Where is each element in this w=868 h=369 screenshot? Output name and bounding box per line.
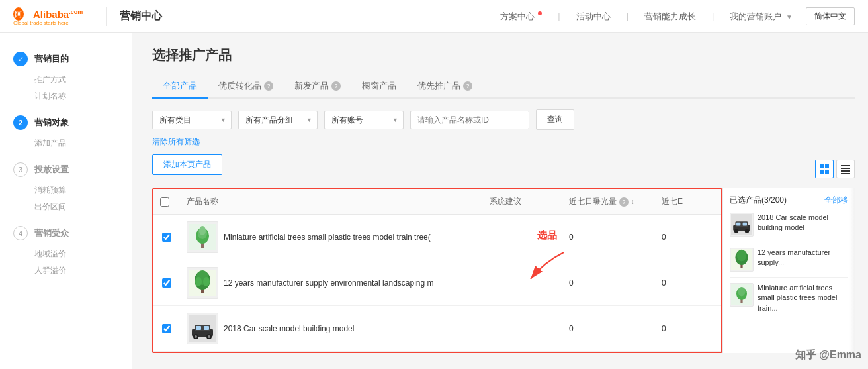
sidebar-step-3[interactable]: 3 投放设置 — [0, 157, 132, 182]
selected-tree2-icon — [731, 249, 752, 270]
product-group-wrapper: 所有产品分组 — [238, 111, 318, 129]
clear-filter-link[interactable]: 清除所有筛选 — [152, 136, 200, 148]
selected-product-2: 12 years manufacturer supply... — [730, 248, 848, 278]
category-select[interactable]: 所有类目 — [152, 111, 232, 129]
tree-thumbnail-1 — [189, 224, 216, 250]
view-toggle — [815, 160, 855, 178]
remove-all-link[interactable]: 全部移 — [824, 195, 848, 206]
th-recommendation: 系统建议 — [483, 196, 562, 207]
selected-product-3: Miniature artificial trees small plastic… — [730, 283, 848, 319]
tabs-row: 全部产品 优质转化品 ? 新发产品 ? 橱窗产品 优先推广品 ? — [152, 75, 855, 99]
nav-link-activity[interactable]: 活动中心 — [576, 11, 611, 23]
row2-checkbox[interactable] — [162, 278, 171, 288]
th-impressions: 近七日曝光量 ? ↕ — [562, 196, 655, 207]
table-row: 12 years manufacturer supply environment… — [153, 260, 721, 306]
tab-quality[interactable]: 优质转化品 ? — [208, 75, 284, 99]
impressions-sort-icon[interactable]: ↕ — [631, 198, 634, 205]
sidebar-sub-addproduct[interactable]: 添加产品 — [0, 135, 132, 152]
car-thumbnail — [189, 315, 216, 342]
row2-impressions: 0 — [562, 278, 655, 288]
th-near7e: 近七E — [655, 196, 721, 207]
th-checkbox — [153, 196, 180, 207]
row2-near7e: 0 — [655, 278, 721, 288]
svg-rect-7 — [841, 168, 850, 169]
svg-point-28 — [195, 335, 197, 338]
row3-near7e: 0 — [655, 324, 721, 333]
sidebar-sub-bidrange[interactable]: 出价区间 — [0, 199, 132, 215]
svg-point-41 — [737, 250, 746, 262]
selected-tree-icon — [731, 284, 752, 305]
new-info-icon: ? — [331, 81, 341, 91]
query-button[interactable]: 查询 — [536, 109, 574, 130]
sidebar-step-4[interactable]: 4 营销受众 — [0, 221, 132, 246]
row1-product-name: Miniature artificial trees small plastic… — [224, 232, 431, 243]
divider2: | — [627, 11, 629, 21]
svg-text:阿: 阿 — [15, 10, 22, 18]
right-panel: 已选产品(3/200) 全部移 — [722, 188, 855, 353]
sidebar-sub-promotion[interactable]: 推广方式 — [0, 72, 132, 88]
row2-checkbox-cell — [153, 278, 180, 288]
row2-product-cell: 12 years manufacturer supply environment… — [180, 267, 483, 299]
filter-row: 所有类目 所有产品分组 所有账号 查询 — [152, 109, 855, 130]
list-view-btn[interactable] — [836, 160, 855, 178]
table-body: Miniature artificial trees small plastic… — [153, 215, 721, 352]
selected-thumb-2 — [730, 248, 754, 272]
nav-dot-plan — [538, 11, 542, 15]
right-panel-header: 已选产品(3/200) 全部移 — [730, 195, 848, 206]
row1-product-cell: Miniature artificial trees small plastic… — [180, 221, 483, 253]
svg-rect-2 — [820, 164, 824, 168]
selected-thumb-1 — [730, 213, 754, 237]
selected-product-name-2: 12 years manufacturer supply... — [758, 248, 848, 268]
tab-new[interactable]: 新发产品 ? — [284, 75, 351, 99]
divider1: | — [558, 11, 560, 21]
step-icon-4: 4 — [13, 226, 28, 240]
selected-count: 已选产品(3/200) — [730, 195, 787, 206]
row1-thumb — [187, 221, 218, 253]
account-select-wrapper: 所有账号 — [324, 111, 404, 129]
sidebar-step-2[interactable]: 2 营销对象 — [0, 110, 132, 135]
logo-area: 阿 Alibaba.com Global trade starts here. — [13, 7, 107, 26]
svg-point-29 — [208, 335, 210, 338]
add-page-button[interactable]: 添加本页产品 — [152, 154, 222, 175]
top-nav-right: 方案中心 | 活动中心 | 营销能力成长 | 我的营销账户 ▼ 简体中文 — [500, 7, 855, 25]
svg-rect-24 — [196, 326, 201, 330]
impressions-info-icon: ? — [619, 197, 629, 207]
th-product-name: 产品名称 — [180, 196, 483, 207]
lang-button[interactable]: 简体中文 — [806, 7, 855, 25]
sidebar-sub-geo[interactable]: 地域溢价 — [0, 246, 132, 262]
svg-point-20 — [203, 277, 210, 286]
category-select-wrapper: 所有类目 — [152, 111, 232, 129]
nav-link-account[interactable]: 我的营销账户 ▼ — [730, 11, 793, 23]
row3-checkbox[interactable] — [162, 324, 171, 333]
panel-overflow-indicator — [849, 188, 855, 353]
sidebar-label-2: 营销对象 — [34, 117, 69, 129]
svg-rect-5 — [825, 170, 829, 174]
sidebar-sub-budget[interactable]: 消耗预算 — [0, 182, 132, 199]
sidebar-step-1[interactable]: ✓ 营销目的 — [0, 46, 132, 72]
sidebar-sub-crowd[interactable]: 人群溢价 — [0, 262, 132, 279]
account-select[interactable]: 所有账号 — [324, 111, 404, 129]
tab-all-products[interactable]: 全部产品 — [152, 75, 208, 99]
selected-car-icon — [731, 214, 752, 235]
svg-rect-6 — [841, 165, 850, 166]
product-group-select[interactable]: 所有产品分组 — [238, 111, 318, 129]
nav-link-growth[interactable]: 营销能力成长 — [644, 11, 696, 23]
tab-showcase[interactable]: 橱窗产品 — [351, 75, 407, 99]
selected-product-1: 2018 Car scale model building model — [730, 213, 848, 242]
grid-icon — [820, 164, 829, 174]
nav-link-plan[interactable]: 方案中心 — [500, 11, 542, 23]
svg-point-45 — [738, 287, 745, 296]
logo-tagline: Global trade starts here. — [13, 20, 83, 26]
logo-brand: Alibaba.com — [33, 9, 83, 20]
step-icon-2: 2 — [13, 115, 28, 130]
search-input[interactable] — [410, 111, 529, 129]
sidebar-sub-planname[interactable]: 计划名称 — [0, 88, 132, 105]
select-all-checkbox[interactable] — [160, 197, 169, 207]
selected-thumb-3 — [730, 283, 754, 307]
main-layout: ✓ 营销目的 推广方式 计划名称 2 营销对象 添加产品 3 投放设置 消耗预算… — [0, 33, 868, 369]
row1-checkbox-cell — [153, 233, 180, 242]
tab-priority[interactable]: 优先推广品 ? — [407, 75, 483, 99]
svg-rect-8 — [841, 170, 850, 172]
grid-view-btn[interactable] — [815, 160, 834, 178]
row1-checkbox[interactable] — [162, 233, 171, 242]
